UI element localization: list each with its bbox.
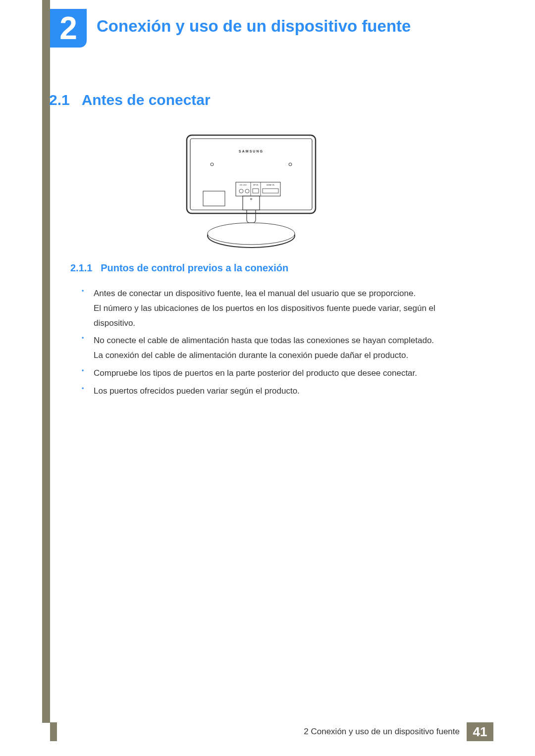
subsection-heading: 2.1.1 Puntos de control previos a la con…	[70, 262, 288, 274]
svg-point-11	[245, 189, 249, 193]
footer-text: 2 Conexión y uso de un dispositivo fuent…	[57, 722, 467, 741]
list-item-line: Los puertos ofrecidos pueden variar segú…	[94, 384, 468, 399]
svg-rect-13	[263, 189, 278, 193]
svg-text:HDMI IN: HDMI IN	[267, 184, 274, 186]
svg-point-10	[239, 189, 243, 193]
chapter-number-tab: 2	[50, 9, 87, 48]
bullet-list: Antes de conectar un dispositivo fuente,…	[82, 286, 468, 401]
list-item-line: La conexión del cable de alimentación du…	[94, 348, 468, 363]
svg-rect-14	[203, 191, 225, 206]
section-title: Antes de conectar	[82, 92, 211, 108]
brand-label: SAMSUNG	[239, 150, 264, 153]
chapter-title: Conexión y uso de un dispositivo fuente	[97, 17, 411, 36]
list-item-line: Compruebe los tipos de puertos en la par…	[94, 366, 468, 381]
svg-text:DC 19V: DC 19V	[240, 184, 247, 186]
footer-bar: 2 Conexión y uso de un dispositivo fuent…	[50, 722, 493, 741]
sidebar-stripe	[42, 0, 50, 723]
list-item: Antes de conectar un dispositivo fuente,…	[82, 286, 468, 330]
svg-text:DP IN: DP IN	[253, 184, 259, 186]
subsection-title: Puntos de control previos a la conexión	[101, 262, 288, 273]
list-item: Compruebe los tipos de puertos en la par…	[82, 366, 468, 381]
svg-point-2	[211, 163, 214, 166]
footer-page-number: 41	[467, 722, 493, 741]
svg-point-3	[289, 163, 292, 166]
monitor-rear-diagram: SAMSUNG DC 19V DP IN HDMI IN	[184, 133, 318, 251]
list-item-line: El número y las ubicaciones de los puert…	[94, 301, 468, 331]
svg-point-18	[208, 223, 295, 245]
svg-rect-12	[253, 189, 259, 193]
section-number: 2.1	[49, 92, 70, 108]
list-item-line: Antes de conectar un dispositivo fuente,…	[94, 286, 468, 301]
footer-stripe	[50, 722, 57, 741]
list-item: No conecte el cable de alimentación hast…	[82, 333, 468, 363]
list-item: Los puertos ofrecidos pueden variar segú…	[82, 384, 468, 399]
section-heading: 2.1 Antes de conectar	[49, 92, 211, 108]
subsection-number: 2.1.1	[70, 262, 92, 273]
list-item-line: No conecte el cable de alimentación hast…	[94, 333, 468, 348]
